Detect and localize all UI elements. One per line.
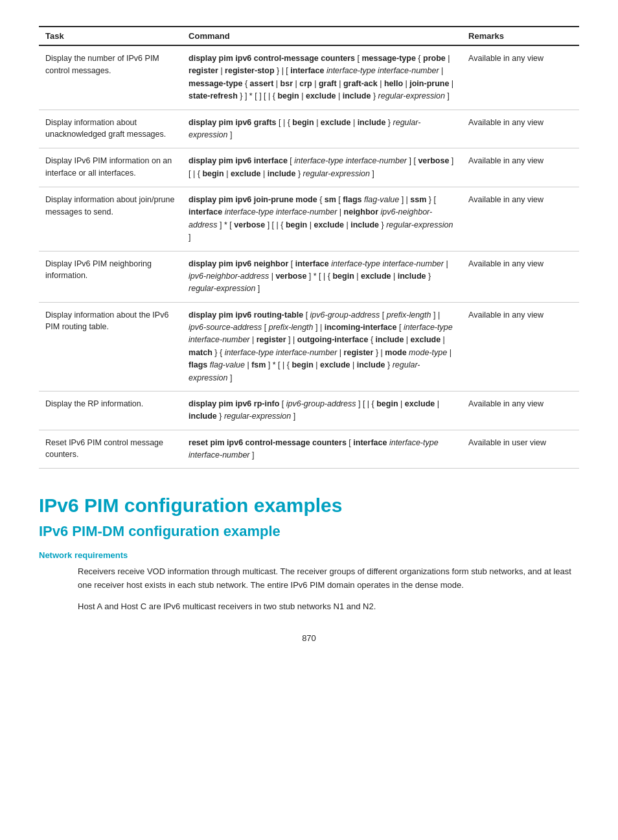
table-row: Display the RP information.display pim i… [39,391,579,430]
table-row: Display IPv6 PIM neighboring information… [39,251,579,302]
remarks-cell: Available in any view [462,110,579,148]
table-row: Display the number of IPv6 PIM control m… [39,45,579,110]
remarks-cell: Available in any view [462,187,579,251]
section-main: IPv6 PIM configuration examples IPv6 PIM… [39,495,579,613]
remarks-cell: Available in any view [462,251,579,302]
remarks-cell: Available in user view [462,430,579,469]
task-cell: Display the number of IPv6 PIM control m… [39,45,182,110]
remarks-cell: Available in any view [462,148,579,187]
network-req-content: Receivers receive VOD information throug… [39,565,579,613]
paragraph-2: Host A and Host C are IPv6 multicast rec… [78,600,579,614]
col-header-command: Command [182,27,462,45]
command-cell: display pim ipv6 join-prune mode { sm [ … [182,187,462,251]
table-row: Display information about unacknowledged… [39,110,579,148]
table-row: Display information about the IPv6 PIM r… [39,302,579,391]
command-table: Task Command Remarks Display the number … [39,26,579,469]
task-cell: Display information about unacknowledged… [39,110,182,148]
task-cell: Display IPv6 PIM neighboring information… [39,251,182,302]
task-cell: Display information about join/prune mes… [39,187,182,251]
col-header-task: Task [39,27,182,45]
command-cell: display pim ipv6 neighbor [ interface in… [182,251,462,302]
table-row: Display IPv6 PIM information on an inter… [39,148,579,187]
paragraph-1: Receivers receive VOD information throug… [78,565,579,592]
task-cell: Display IPv6 PIM information on an inter… [39,148,182,187]
task-cell: Display the RP information. [39,391,182,430]
page-number: 870 [39,633,579,643]
command-cell: display pim ipv6 rp-info [ ipv6-group-ad… [182,391,462,430]
remarks-cell: Available in any view [462,302,579,391]
table-row: Display information about join/prune mes… [39,187,579,251]
sub-section-title: IPv6 PIM-DM configuration example [39,523,579,540]
task-cell: Display information about the IPv6 PIM r… [39,302,182,391]
task-cell: Reset IPv6 PIM control message counters. [39,430,182,469]
network-req-title: Network requirements [39,550,579,560]
command-cell: display pim ipv6 grafts [ | { begin | ex… [182,110,462,148]
command-cell: display pim ipv6 control-message counter… [182,45,462,110]
col-header-remarks: Remarks [462,27,579,45]
table-row: Reset IPv6 PIM control message counters.… [39,430,579,469]
remarks-cell: Available in any view [462,391,579,430]
command-cell: display pim ipv6 routing-table [ ipv6-gr… [182,302,462,391]
main-section-title: IPv6 PIM configuration examples [39,495,579,517]
remarks-cell: Available in any view [462,45,579,110]
command-cell: reset pim ipv6 control-message counters … [182,430,462,469]
command-cell: display pim ipv6 interface [ interface-t… [182,148,462,187]
